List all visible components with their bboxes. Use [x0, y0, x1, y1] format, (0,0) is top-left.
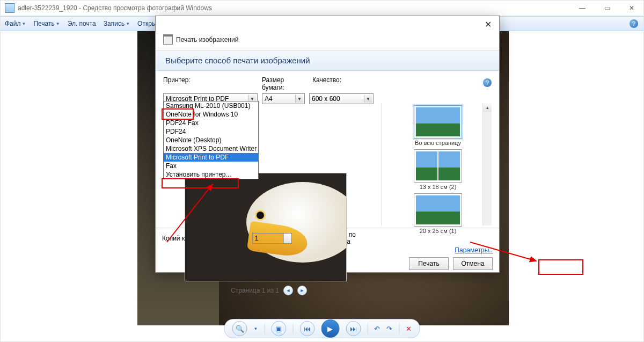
printer-option[interactable]: Fax [164, 162, 258, 170]
prev-image-button[interactable]: ⏮ [299, 321, 314, 336]
print-button[interactable]: Печать [409, 257, 449, 270]
menu-email[interactable]: Эл. почта [68, 20, 96, 27]
dialog-title: Печать изображений [176, 36, 238, 43]
minimize-button[interactable]: — [575, 4, 590, 12]
delete-button[interactable]: ✕ [406, 325, 412, 333]
layout-20x25[interactable]: 20 x 25 см (1) [398, 193, 478, 234]
pager-prev-button[interactable]: ◄ [283, 286, 293, 295]
printer-option[interactable]: PDF24 Fax [164, 119, 258, 127]
preview-image [185, 173, 347, 281]
label-printer: Принтер: [163, 76, 258, 91]
actual-size-button[interactable]: ▣ [271, 321, 286, 336]
app-window: adler-3522239_1920 - Средство просмотра … [0, 0, 644, 342]
titlebar: adler-3522239_1920 - Средство просмотра … [1, 1, 643, 16]
dialog-help-icon[interactable]: ? [483, 78, 492, 87]
pager-next-button[interactable]: ► [297, 286, 307, 295]
label-paper: Размер бумаги: [262, 76, 308, 91]
printer-option[interactable]: OneNote for Windows 10 [164, 110, 258, 119]
printer-icon [163, 34, 173, 45]
options-link[interactable]: Параметры.. [455, 246, 493, 254]
layout-full-page[interactable]: Во всю страницу [398, 105, 478, 146]
printer-option[interactable]: Установить принтер... [164, 170, 258, 179]
app-icon [5, 3, 14, 13]
quality-combo[interactable]: 600 x 600▼ [309, 93, 374, 104]
dialog-close-button[interactable]: ✕ [481, 19, 495, 30]
layout-scrollbar[interactable]: ▴ [482, 103, 492, 225]
print-dialog: ✕ Печать изображений Выберите способ печ… [155, 16, 500, 273]
paper-combo[interactable]: A4▼ [262, 93, 305, 104]
menu-print[interactable]: Печать▼ [33, 20, 60, 27]
label-quality: Качество: [312, 76, 341, 91]
help-icon[interactable]: ? [630, 19, 638, 28]
cancel-button[interactable]: Отмена [453, 257, 493, 270]
maximize-button[interactable]: ▭ [599, 4, 614, 12]
next-image-button[interactable]: ⏭ [346, 321, 361, 336]
pager-text: Страница 1 из 1 [231, 287, 279, 294]
window-title: adler-3522239_1920 - Средство просмотра … [18, 4, 212, 12]
rotate-left-button[interactable]: ↶ [374, 325, 380, 333]
layout-list: ▴ Во всю страницу 13 x 18 см (2) 20 x 25… [382, 103, 492, 225]
printer-option[interactable]: PDF24 [164, 127, 258, 136]
copies-spinner[interactable]: 1 [252, 233, 292, 244]
menu-file[interactable]: Файл▼ [5, 20, 26, 27]
rotate-right-button[interactable]: ↷ [386, 325, 392, 333]
zoom-button[interactable]: 🔍 [232, 321, 247, 336]
layout-13x18[interactable]: 13 x 18 см (2) [398, 149, 478, 190]
close-button[interactable]: ✕ [624, 4, 639, 12]
printer-option-selected[interactable]: Microsoft Print to PDF [164, 153, 258, 162]
slideshow-button[interactable]: ▶ [321, 319, 339, 338]
menu-burn[interactable]: Запись▼ [104, 20, 130, 27]
printer-option[interactable]: Samsung ML-2010 (USB001) [164, 101, 258, 110]
printer-option[interactable]: OneNote (Desktop) [164, 136, 258, 144]
printer-dropdown-list: Samsung ML-2010 (USB001) OneNote for Win… [163, 101, 259, 179]
viewer-toolbar: 🔍 ▼ ▣ ⏮ ▶ ⏭ ↶ ↷ ✕ [224, 319, 420, 338]
printer-option[interactable]: Microsoft XPS Document Writer [164, 144, 258, 153]
dialog-banner: Выберите способ печати изображений [156, 50, 499, 71]
